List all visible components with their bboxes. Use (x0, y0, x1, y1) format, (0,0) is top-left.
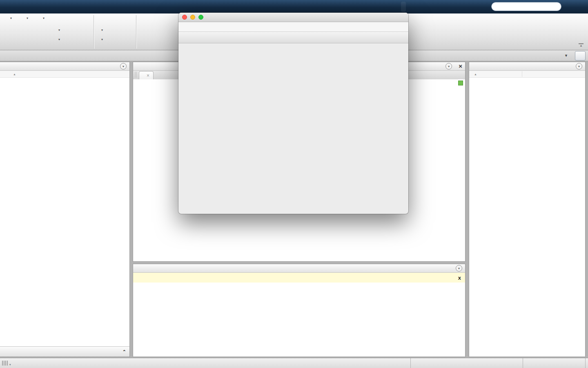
details-bar[interactable]: ⌃ (0, 346, 129, 357)
panel-menu-icon[interactable]: ▼ (456, 265, 462, 272)
code-analyzer-indicator[interactable] (458, 81, 463, 85)
figure-titlebar[interactable] (178, 13, 408, 22)
save-button[interactable]: ▾ (36, 16, 51, 20)
matlab-window: ▾ ▾ ▾ ▾ ▾ (0, 0, 588, 368)
current-folder-header: ▼ (0, 62, 129, 71)
chevron-down-icon: ▾ (27, 16, 28, 20)
panel-menu-icon[interactable]: ▼ (445, 63, 452, 70)
path-dropdown-arrow[interactable]: ▼ (564, 54, 572, 58)
figure-window[interactable] (178, 13, 408, 214)
chevron-down-icon: ▾ (43, 16, 45, 20)
documentation-search[interactable] (491, 2, 561, 11)
close-icon[interactable]: × (459, 63, 462, 69)
file-mode-indicator (410, 358, 523, 368)
panel-menu-icon[interactable]: ▼ (120, 63, 127, 70)
workspace-header: ▼ (469, 62, 585, 71)
collapse-ribbon-button[interactable]: ▲ (578, 43, 584, 48)
minimize-window-button[interactable] (190, 15, 195, 20)
print-button[interactable]: ▾ (54, 35, 60, 43)
chevron-down-icon: ▾ (101, 28, 103, 32)
figure-menubar (178, 22, 408, 32)
find-files-button[interactable] (54, 16, 56, 25)
status-bar: ▾ (0, 358, 588, 368)
getting-started-banner: x (133, 273, 465, 283)
name-column-header[interactable]: ▲ (0, 71, 129, 78)
close-tab-icon[interactable]: × (147, 73, 149, 79)
current-folder-panel: ▼ ▲ ⌃ (0, 62, 130, 357)
command-output[interactable] (133, 283, 465, 357)
command-window-panel: ▼ x (133, 264, 466, 357)
chevron-up-icon: ⌃ (122, 349, 126, 355)
tabbar-grip[interactable] (134, 72, 137, 77)
window-controls (182, 15, 203, 20)
workspace-panel: ▼ ▲ (469, 62, 586, 357)
quick-access-toolbar (401, 2, 406, 12)
path-search-button[interactable] (575, 51, 586, 61)
goto-button[interactable]: ▾ (97, 26, 103, 34)
editor-tab-lab1[interactable]: × (139, 71, 154, 79)
workspace-column-header[interactable]: ▲ (469, 71, 585, 78)
chevron-down-icon: ▾ (58, 38, 60, 41)
close-banner-icon[interactable]: x (458, 275, 461, 281)
open-button[interactable]: ▾ (20, 16, 35, 20)
statusbar-grip[interactable]: ▾ (2, 361, 11, 366)
panel-menu-icon[interactable]: ▼ (576, 63, 582, 70)
command-window-header: ▼ (133, 264, 465, 273)
new-button[interactable]: ▾ (3, 16, 19, 20)
cursor-position-indicator (523, 358, 586, 368)
figure-toolbar (178, 32, 408, 43)
chevron-down-icon: ▾ (101, 38, 103, 41)
sort-ascending-icon: ▲ (474, 73, 477, 76)
zoom-window-button[interactable] (198, 15, 203, 20)
figure-canvas (178, 43, 408, 214)
sort-ascending-icon: ▲ (13, 73, 16, 76)
chevron-down-icon: ▾ (58, 28, 60, 32)
close-window-button[interactable] (182, 15, 187, 20)
chevron-down-icon: ▾ (10, 16, 12, 20)
compare-button[interactable]: ▾ (54, 26, 60, 34)
search-input[interactable] (497, 3, 558, 10)
find-button[interactable]: ▾ (97, 35, 103, 43)
